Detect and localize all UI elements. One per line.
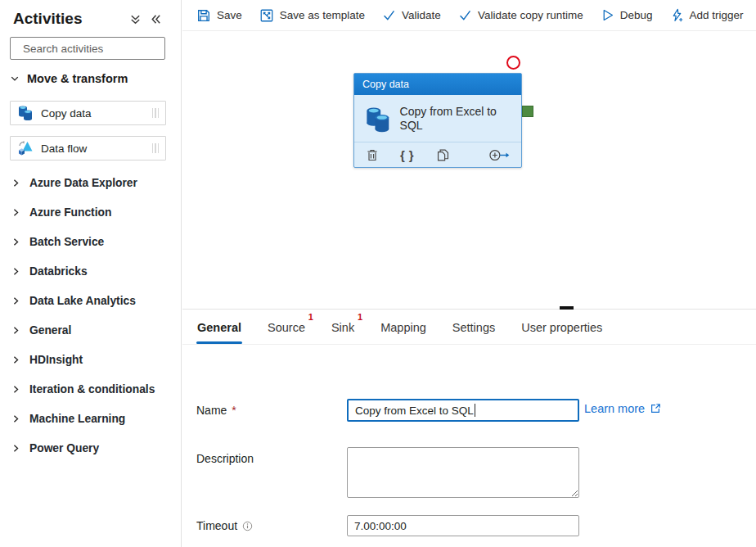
chevron-right-icon [11, 296, 20, 305]
category-item[interactable]: Iteration & conditionals [0, 374, 181, 404]
section-move-transform[interactable]: Move & transform [10, 72, 128, 85]
clone-icon[interactable] [436, 148, 450, 162]
category-item[interactable]: Batch Service [0, 227, 181, 256]
category-label: Iteration & conditionals [29, 383, 155, 396]
sidebar-title: Activities [13, 10, 82, 28]
category-label: Machine Learning [29, 413, 125, 425]
validation-error-indicator [506, 56, 520, 70]
sidebar-header: Activities [13, 10, 173, 28]
lightning-plus-icon [670, 8, 684, 22]
chevron-right-icon [11, 444, 20, 453]
section-label: Move & transform [27, 72, 128, 85]
code-braces-icon[interactable]: { } [400, 148, 415, 162]
category-label: General [29, 324, 71, 337]
save-button[interactable]: Save [196, 8, 242, 23]
copy-activity-node[interactable]: Copy data Copy from Excel to SQL { } [353, 73, 522, 168]
chevron-right-icon [11, 179, 20, 188]
tab-mapping[interactable]: Mapping [380, 321, 427, 344]
save-as-template-button[interactable]: Save as template [259, 8, 365, 23]
chevron-right-icon [11, 385, 20, 394]
name-input[interactable]: Copy from Excel to SQL [347, 399, 579, 422]
save-icon [196, 8, 211, 23]
category-label: Azure Function [29, 206, 111, 219]
copy-data-icon [364, 105, 392, 134]
activity-copy-data[interactable]: Copy data [10, 101, 166, 125]
category-item[interactable]: Machine Learning [0, 404, 181, 433]
activity-data-flow[interactable]: Data flow [10, 136, 166, 160]
tab-general[interactable]: General [196, 321, 242, 344]
timeout-input[interactable] [347, 515, 579, 536]
node-type-label: Copy data [362, 79, 409, 90]
timeout-label: Timeout [196, 519, 253, 532]
search-activities-input[interactable] [23, 43, 168, 55]
save-label: Save [217, 9, 242, 21]
text-caret [475, 404, 475, 417]
chevron-right-icon [11, 267, 20, 276]
learn-more-link[interactable]: Learn more [584, 402, 661, 415]
node-title: Copy from Excel to SQL [400, 105, 515, 133]
chevron-down-icon [10, 74, 20, 84]
properties-tabs: General Source1 Sink1 Mapping Settings U… [182, 310, 756, 345]
category-item[interactable]: Power Query [0, 433, 181, 463]
category-item[interactable]: Data Lake Analytics [0, 286, 181, 315]
validate-button[interactable]: Validate [382, 8, 441, 22]
debug-label: Debug [620, 9, 653, 21]
properties-panel: General Source1 Sink1 Mapping Settings U… [182, 310, 756, 547]
validate-copy-runtime-button[interactable]: Validate copy runtime [458, 8, 583, 22]
validate-label: Validate [402, 9, 441, 21]
copy-data-icon [17, 105, 34, 121]
add-trigger-label: Add trigger [690, 9, 744, 21]
drag-handle[interactable] [152, 143, 160, 153]
description-input[interactable] [347, 447, 579, 498]
required-marker: * [232, 404, 236, 417]
external-link-icon [650, 403, 661, 414]
pipeline-toolbar: Save Save as template Validate Validate … [182, 0, 756, 31]
name-label: Name* [196, 404, 236, 417]
add-output-icon[interactable] [488, 148, 510, 162]
category-label: Azure Data Explorer [29, 177, 137, 189]
category-label: Batch Service [29, 236, 104, 248]
activities-sidebar: Activities Move & transform Copy data [0, 0, 182, 547]
tab-user-properties[interactable]: User properties [520, 321, 603, 344]
debug-button[interactable]: Debug [601, 8, 653, 22]
save-as-template-label: Save as template [280, 9, 365, 21]
chevron-right-icon [11, 208, 20, 217]
category-item[interactable]: General [0, 315, 181, 345]
play-icon [601, 8, 614, 22]
output-port[interactable] [522, 106, 533, 117]
drag-handle[interactable] [152, 108, 160, 118]
category-item[interactable]: HDInsight [0, 345, 181, 374]
delete-icon[interactable] [366, 148, 379, 162]
node-header[interactable]: Copy data [354, 74, 521, 95]
chevron-right-icon [11, 414, 20, 423]
category-label: HDInsight [29, 354, 83, 366]
info-icon [242, 521, 253, 531]
category-label: Databricks [29, 265, 88, 278]
add-trigger-button[interactable]: Add trigger [670, 8, 744, 22]
category-item[interactable]: Azure Function [0, 197, 181, 227]
activity-label: Data flow [41, 142, 87, 155]
node-footer: { } [354, 142, 521, 167]
save-as-template-icon [259, 8, 274, 23]
tab-settings[interactable]: Settings [452, 321, 496, 344]
chevron-right-icon [11, 237, 20, 246]
data-flow-icon [17, 140, 34, 156]
tab-source[interactable]: Source1 [267, 321, 306, 344]
checkmark-icon [382, 8, 396, 22]
adf-pipeline-editor: Activities Move & transform Copy data [0, 0, 756, 547]
chevron-right-icon [11, 326, 20, 335]
collapse-panel-icon[interactable] [150, 13, 162, 25]
activity-label: Copy data [41, 107, 92, 120]
category-label: Power Query [29, 442, 99, 454]
description-label: Description [196, 452, 254, 465]
category-label: Data Lake Analytics [29, 295, 136, 307]
category-list: Azure Data Explorer Azure Function Batch… [0, 168, 181, 463]
node-body: Copy from Excel to SQL [354, 95, 521, 142]
tab-badge: 1 [308, 312, 313, 322]
category-item[interactable]: Azure Data Explorer [0, 168, 181, 197]
collapse-all-icon[interactable] [129, 13, 142, 25]
tab-sink[interactable]: Sink1 [331, 321, 355, 344]
search-activities-box[interactable] [10, 37, 165, 60]
validate-copy-runtime-label: Validate copy runtime [478, 9, 583, 21]
category-item[interactable]: Databricks [0, 256, 181, 286]
